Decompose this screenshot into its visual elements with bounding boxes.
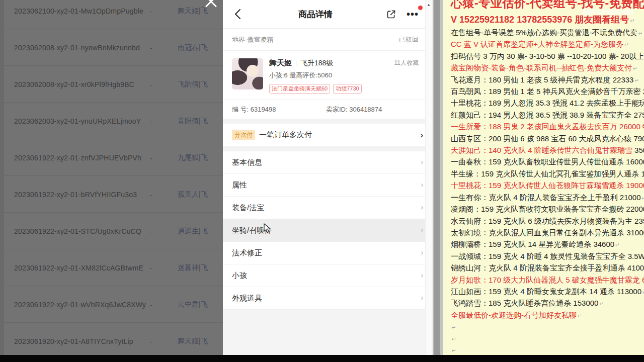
installment-text: 一笔订单多次付 [259,130,312,140]
doc-empty-line: ↵ [451,333,644,344]
close-icon[interactable] [203,0,218,8]
notification-dot-icon [418,6,423,10]
doc-text: 十里桃花：189 男人忽混 35.3 强混 41.2 去疾孟极上手能玩 2588… [451,99,644,107]
menu-item-装备/法宝[interactable]: 装备/法宝› [223,197,432,219]
doc-line: 半生缘：159 克火队传世人仙北冥孔雀宝鉴加强男人通杀 18000↵ [451,168,644,180]
paragraph-mark: ↵ [633,65,637,71]
doc-text: 锦绣山河：克火队 4 阶混装备宝宝齐全接手盈利通杀 41000 [451,263,644,272]
notes-document[interactable]: 心猿-专业估价-代卖组号-找号-免费配装↵V 15225921182 13782… [443,0,644,355]
paragraph-mark: ↵ [642,195,644,201]
panel-header: 商品详情 ••• [223,0,432,29]
doc-line: 凌烟阁：159 克火队畜牧符文职业装备宝宝齐全搬砖 22000↵ [451,204,644,215]
modal-dim-overlay[interactable] [0,0,223,355]
doc-text: 35000 [634,146,644,154]
menu-item-小孩[interactable]: 小孩› [223,264,432,287]
doc-line: 山西专区：200 男仙 6 孩 988 宝石 60 大成风克水心猿 79000↵ [451,133,644,145]
doc-line: 锦绣山河：克火队 4 阶混装备宝宝齐全接手盈利通杀 41000↵ [451,262,644,274]
attribute-tag: 法门星盘坐骑满天赋60 [269,84,330,94]
share-icon[interactable] [386,9,396,20]
menu-item-label: 属性 [232,180,247,190]
panel-scrollbar[interactable]: ▲ [425,0,432,355]
menu-item-label: 装备/法宝 [232,203,264,213]
doc-line: 岁月如歌：170 级大力队仙器混人 5 破女魔强牛魔甘霖龙 61000↵ [451,275,644,286]
doc-text: 水云仙府：159 克火队 6 级功绩去疾水月物资装备为主 23500 [451,217,644,225]
doc-line: 十里桃花：189 男人忽混 35.3 强混 41.2 去疾孟极上手能玩 2588… [451,98,644,109]
serial-number: 编 号: 6319498 [232,105,276,114]
doc-text: 一生有你：克火队 4 阶混人装备宝宝齐全上手盈利 21000 [451,193,641,202]
menu-item-label: 法术修正 [232,248,262,258]
character-stats: 小孩:6 最高评价:5060 [269,71,419,80]
doc-line: 一曲春秋：159 克火队畜牧职业传世男人传世仙通杀 16000↵ [451,156,644,168]
paragraph-mark: ↵ [452,336,456,342]
doc-text: 岁月如歌：170 级大力队仙器混人 5 破女魔强牛魔甘霖龙 61000 [451,276,644,284]
doc-text: 太初幻境：克火队混人回血鬼日常任务副本异光通杀 31000 [451,228,644,237]
character-name: 舞天姬 [269,58,292,68]
doc-text: 飞花逐月：180 男仙 1 老孩 5 级神兵雷克水程度 22333 [451,75,633,84]
paragraph-mark: ↵ [624,42,629,48]
seller-id: 卖家ID: 306418874 [326,105,382,114]
doc-line: 天涯知己：140 克火队 4 阶睡杀传世六合仙鬼甘霖瑞雪 35000↵ [451,145,644,156]
doc-line: 一生所爱：188 男鬼 2 老孩回血鬼火孟极去疾百万 26000 特价号↵ [451,121,644,133]
doc-line: 水云仙府：159 克火队 6 级功绩去疾水月物资装备为主 23500↵ [451,216,644,227]
chevron-right-icon: › [421,180,424,190]
paragraph-mark: ↵ [578,313,582,319]
menu-item-label: 小孩 [232,271,247,281]
menu-item-label: 基本信息 [232,158,262,167]
bottom-black-bar [0,355,644,362]
menu-item-法术修正[interactable]: 法术修正› [223,242,432,264]
menu-item-坐骑/召唤兽[interactable]: 坐骑/召唤兽› [223,219,432,242]
doc-text: 江山如画：159 克火 4 阶睡女鬼女龙副本 14 通杀 113000 [451,287,641,296]
doc-text: 在售组号-单号误差 5%放心选购-买贵管退-不玩免费代卖 [451,28,637,37]
doc-text: 一曲春秋：159 克火队畜牧职业传世男人传世仙通杀 16000 [451,157,644,166]
menu-item-label: 外观道具 [232,294,262,303]
more-menu-icon[interactable]: ••• [407,9,419,19]
favorites-count: 11人收藏 [394,59,419,67]
menu-item-属性[interactable]: 属性› [223,174,432,197]
attribute-tag: 功绩7730 [333,84,361,94]
doc-line: 江山如画：159 克火 4 阶睡女鬼女龙副本 14 通杀 113000↵ [451,286,644,298]
page-title: 商品详情 [245,9,386,20]
doc-text: 全服最低价-欢迎选购-看号加好友私聊 [451,311,577,319]
status-row: 地界-傲雪凌霜 已取回 [223,29,432,51]
doc-text: 半生缘：159 克火队传世人仙北冥孔雀宝鉴加强男人通杀 18000 [451,169,644,178]
back-icon[interactable] [232,8,245,21]
doc-line: 百鸟朝凤：189 男仙 1 老 5 神兵风克火全满妙音千万亲密 22666↵ [451,86,644,98]
doc-text: 藏宝阁物资-装备-角色-联系司机--抽红包-免费大额支付 [451,63,632,72]
menu-item-基本信息[interactable]: 基本信息› [223,151,432,174]
doc-line: 飞鸿踏雪：185 克火队睡杀宫位通杀 153000↵ [451,298,644,309]
doc-text: 飞鸿踏雪：185 克火队睡杀宫位通杀 153000 [451,299,598,307]
doc-empty-line: ↵ [451,344,644,355]
installment-row[interactable]: 分次付 一笔订单多次付 › [223,124,432,146]
chevron-right-icon: › [421,226,424,235]
watermark [582,8,641,23]
chevron-right-icon: › [421,294,424,303]
doc-line: 十里桃花：159 克火队传世人仙苍狼阵甘霖瑞雪通杀 19000↵ [451,180,644,192]
doc-text: 扫码估号 3 万内 30 票- 3-10-50 票 --10-20-100 票-… [451,52,644,60]
chevron-right-icon: › [420,130,424,140]
section-gap [223,119,432,124]
paragraph-mark: ↵ [599,301,604,307]
section-gap [223,146,432,151]
menu-item-外观道具[interactable]: 外观道具› [223,287,432,310]
paragraph-mark: ↵ [634,77,639,83]
mouse-cursor [264,223,271,236]
doc-line: 全服最低价-欢迎选购-看号加好友私聊↵ [451,310,644,321]
panel-footer-area [223,310,432,355]
paragraph-mark: ↵ [638,30,643,36]
doc-line: 太初幻境：克火队混人回血鬼日常任务副本异光通杀 31000↵ [451,227,644,239]
paragraph-mark: ↵ [615,242,620,248]
detail-menu: 基本信息›属性›装备/法宝›坐骑/召唤兽›法术修正›小孩›外观道具› [223,151,432,310]
doc-line: 飞花逐月：180 男仙 1 老孩 5 级神兵雷克水程度 22333↵ [451,74,644,86]
scroll-up-arrow-icon[interactable]: ▲ [426,3,432,7]
doc-text: 烟柳灞桥：159 克火队 14 星异光秦岭通杀 34600 [451,240,614,248]
chevron-right-icon: › [421,248,424,257]
doc-line: CC 蓝 V 认证首席鉴定师+大神金牌鉴定师-为您服务↵ [451,39,644,50]
divider [296,60,296,66]
serial-row: 编 号: 6319498 卖家ID: 306418874 [223,100,432,119]
doc-text: 天涯知己：140 克火队 4 阶睡杀传世六合仙鬼甘霖瑞雪 [451,146,634,154]
doc-text: 一战倾城：159 克火 4 阶睡 4 族灵性鬼装备宝宝齐全 3.5W [451,252,644,260]
status-badge: 已取回 [399,35,419,44]
paragraph-mark: ↵ [452,347,456,353]
paragraph-mark: ↵ [452,324,456,330]
screen: 2023062100-xy2-01-Mw1OpDmpPugble-舞天姬|飞20… [0,0,644,362]
